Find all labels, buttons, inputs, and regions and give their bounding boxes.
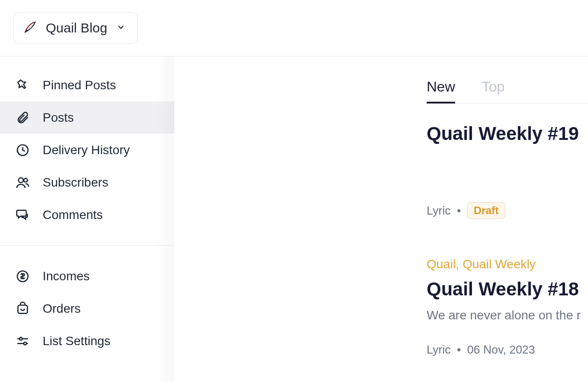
post-date: 06 Nov, 2023 [467, 343, 535, 357]
sidebar-item-label: Comments [43, 208, 103, 222]
post-item[interactable]: Quail, Quail Weekly Quail Weekly #18 We … [427, 238, 588, 375]
sidebar-item-label: Pinned Posts [43, 78, 116, 92]
comments-icon [15, 208, 30, 222]
sidebar: Pinned Posts Posts Delivery History Subs… [0, 56, 174, 382]
sidebar-item-posts[interactable]: Posts [0, 101, 174, 134]
pin-icon [15, 78, 30, 92]
post-sort-tabs: New Top [427, 79, 588, 103]
tab-new[interactable]: New [427, 79, 455, 103]
sidebar-item-delivery-history[interactable]: Delivery History [0, 134, 174, 166]
sidebar-item-label: Orders [43, 302, 81, 316]
tab-top[interactable]: Top [482, 79, 505, 103]
clock-history-icon [15, 143, 30, 157]
post-title: Quail Weekly #19 [427, 123, 588, 144]
quill-icon [24, 20, 37, 36]
paperclip-icon [15, 111, 30, 125]
sidebar-item-label: Posts [43, 111, 74, 125]
post-title: Quail Weekly #18 [427, 279, 588, 300]
post-author: Lyric [427, 343, 451, 357]
post-categories: Quail, Quail Weekly [427, 257, 588, 271]
site-selector-label: Quail Blog [46, 20, 107, 36]
users-icon [15, 175, 30, 190]
sidebar-item-label: Delivery History [43, 143, 130, 157]
site-selector[interactable]: Quail Blog [13, 12, 138, 44]
sidebar-item-label: Subscribers [43, 175, 108, 190]
meta-separator: • [457, 343, 461, 357]
sidebar-divider [0, 245, 174, 246]
main-content: New Top Quail Weekly #19 Lyric • Draft Q… [174, 56, 588, 382]
sidebar-item-pinned-posts[interactable]: Pinned Posts [0, 69, 174, 101]
sidebar-item-list-settings[interactable]: List Settings [0, 325, 174, 357]
shopping-bag-icon [15, 302, 30, 316]
svg-point-8 [24, 342, 26, 345]
svg-rect-4 [18, 305, 27, 314]
post-excerpt: We are never alone on the r [427, 308, 588, 322]
post-item[interactable]: Quail Weekly #19 Lyric • Draft [427, 103, 588, 238]
post-author: Lyric [427, 204, 451, 218]
sidebar-item-label: Incomes [43, 269, 90, 283]
sidebar-item-comments[interactable]: Comments [0, 199, 174, 231]
sidebar-item-orders[interactable]: Orders [0, 292, 174, 325]
sidebar-item-label: List Settings [43, 334, 111, 348]
post-meta: Lyric • 06 Nov, 2023 [427, 343, 588, 357]
meta-separator: • [457, 204, 461, 218]
svg-point-1 [19, 178, 24, 183]
status-badge-draft: Draft [467, 202, 505, 219]
sidebar-item-subscribers[interactable]: Subscribers [0, 166, 174, 199]
sliders-icon [15, 334, 30, 348]
svg-point-6 [20, 337, 22, 340]
sidebar-item-incomes[interactable]: Incomes [0, 260, 174, 292]
post-meta: Lyric • Draft [427, 202, 588, 219]
dollar-circle-icon [15, 269, 30, 283]
chevron-down-icon [116, 22, 126, 34]
svg-point-2 [24, 178, 28, 182]
